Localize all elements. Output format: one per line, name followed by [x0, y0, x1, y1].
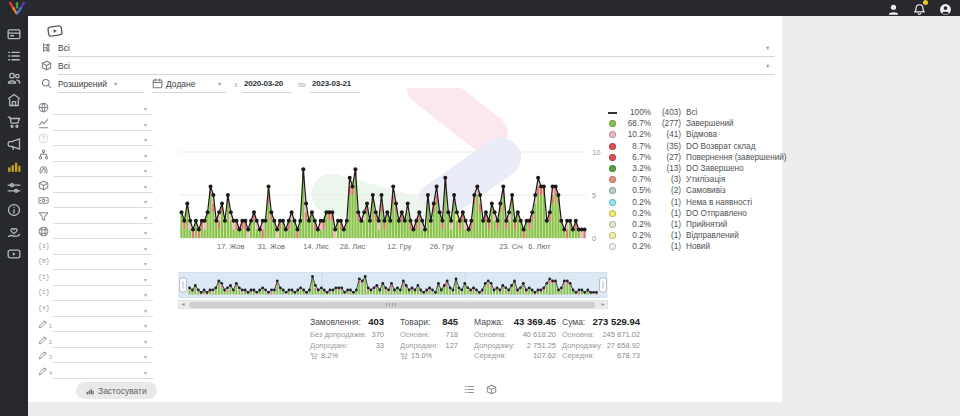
sidebar-item-statistics[interactable] [7, 159, 21, 173]
sidebar-item-purchases[interactable] [7, 115, 21, 129]
svg-text:5: 5 [592, 191, 596, 200]
chart-brush-overview[interactable] [178, 271, 608, 299]
chevron-down-icon[interactable]: ▾ [144, 198, 147, 205]
filter-row-braces-s[interactable]: {s}▾ [28, 242, 168, 257]
person-icon[interactable] [887, 2, 900, 15]
legend-item[interactable]: 6.7%(27)Повернення (завершений) [608, 152, 780, 163]
chevron-down-icon[interactable]: ▾ [144, 260, 147, 267]
sidebar-item-dashboard[interactable] [7, 27, 21, 41]
chevron-down-icon[interactable]: ▾ [114, 81, 117, 88]
chevron-down-icon[interactable]: ▾ [144, 183, 147, 190]
sidebar-item-marketing[interactable] [7, 137, 21, 151]
bell-icon[interactable] [913, 2, 926, 15]
chevron-down-icon[interactable]: ▾ [144, 121, 147, 128]
package-icon [38, 180, 49, 191]
braces-t-icon: {t} [38, 274, 50, 281]
filter-row-fingerprint[interactable]: ▾ [28, 164, 168, 179]
sidebar-item-tutorials[interactable] [7, 247, 21, 261]
legend-item[interactable]: 68.7%(277)Завершений [608, 118, 780, 129]
search-mode-select[interactable]: Розширений [58, 79, 107, 89]
notification-badge [923, 0, 928, 5]
filter-row-package[interactable]: ▾ [28, 180, 168, 195]
filter-underline [53, 238, 153, 239]
legend-item[interactable]: 0.2%(1)Відправлений [608, 230, 780, 241]
filter-row-braces-m[interactable]: {m}▾ [28, 257, 168, 272]
filter-underline [53, 145, 153, 146]
legend-percent: 0.2% [622, 242, 651, 251]
avatar-icon[interactable] [939, 2, 952, 15]
chevron-down-icon[interactable]: ▾ [144, 136, 147, 143]
sidebar-item-orders[interactable] [7, 49, 21, 63]
legend-item[interactable]: 0.2%(1)Нема в наявності [608, 197, 780, 208]
legend-item[interactable]: 0.2%(1)DO Отправлено [608, 208, 780, 219]
legend-item[interactable]: 3.2%(13)DO Завершено [608, 163, 780, 174]
legend-item[interactable]: 0.7%(3)Утилізація [608, 174, 780, 185]
filter-row-globe-grid[interactable]: ▾ [28, 226, 168, 241]
date-to-label: по [298, 81, 306, 88]
filter-row-globe[interactable]: ▾ [28, 102, 168, 117]
svg-text:6. Лют: 6. Лют [528, 242, 551, 251]
chevron-down-icon[interactable]: ▾ [144, 167, 147, 174]
filter-row-braces-c[interactable]: {c}▾ [28, 288, 168, 303]
filter-row-sitemap[interactable]: ▾ [28, 149, 168, 164]
filter-row-banknote[interactable]: ▾ [28, 195, 168, 210]
legend-label: Прийнятий [686, 220, 727, 229]
chevron-down-icon[interactable]: ▾ [766, 63, 769, 70]
filter-row-funnel[interactable]: ▾ [28, 211, 168, 226]
chevron-down-icon[interactable]: ▾ [144, 105, 147, 112]
scroll-right-icon[interactable]: ▸ [599, 301, 607, 308]
filter-row-help[interactable]: ▾ [28, 133, 168, 148]
structure-filter-value[interactable]: Всі [58, 43, 70, 53]
chevron-down-icon[interactable]: ▾ [766, 45, 769, 52]
legend-item[interactable]: 0.5%(2)Самовивіз [608, 185, 780, 196]
sidebar-item-info[interactable] [7, 203, 21, 217]
funnel-icon [38, 211, 49, 222]
chevron-down-icon[interactable]: ▾ [144, 276, 147, 283]
stat-upsell-percent: 15.0% [411, 351, 432, 362]
chevron-down-icon[interactable]: ▾ [218, 81, 221, 88]
legend-item[interactable]: 0.2%(1)Прийнятий [608, 219, 780, 230]
legend-percent: 0.7% [622, 175, 651, 184]
legend-percent: 8.7% [622, 142, 651, 151]
chevron-down-icon[interactable]: ▾ [144, 152, 147, 159]
scroll-left-icon[interactable]: ◂ [179, 301, 187, 308]
legend-dot-swatch [608, 175, 617, 184]
legend-dot-swatch [608, 119, 617, 128]
legend-item[interactable]: 0.2%(1)Новий [608, 241, 780, 252]
date-from-input[interactable]: 2020-03-20 [244, 79, 283, 88]
video-tutorial-icon[interactable] [43, 22, 67, 41]
chevron-down-icon[interactable]: ▾ [144, 229, 147, 236]
braces-m-icon: {m} [38, 258, 50, 265]
chevron-down-icon[interactable]: ▾ [144, 307, 147, 314]
chart-scrollbar[interactable]: ◂ ▸ [178, 300, 608, 309]
chevron-down-icon[interactable]: ▾ [144, 214, 147, 221]
sidebar-item-warehouse[interactable] [7, 93, 21, 107]
chevron-down-icon[interactable]: ▾ [144, 291, 147, 298]
stat-header-label: Маржа: [474, 317, 503, 327]
legend-percent: 100% [622, 108, 651, 117]
stat-row-value: 27 658.92 [607, 341, 640, 352]
legend-item[interactable]: 8.7%(35)DO Возврат склад [608, 141, 780, 152]
date-to-input[interactable]: 2023-03-21 [312, 79, 351, 88]
filter-row-braces-t[interactable]: {t}▾ [28, 273, 168, 288]
orders-timeline-chart[interactable]: 051017. Жов31. Жов14. Лис28. Лис12. Гру2… [178, 98, 608, 254]
product-filter-value[interactable]: Всі [58, 61, 70, 71]
calendar-icon[interactable] [152, 78, 163, 89]
stat-row-value: 40 618.20 [523, 330, 556, 341]
list-icon[interactable] [464, 384, 475, 395]
scrollbar-thumb[interactable] [189, 302, 595, 308]
stat-row-value: 370 [371, 330, 384, 341]
legend-item[interactable]: 10.2%(41)Відмова [608, 129, 780, 140]
stat-row-label: Без допродажів: [310, 330, 367, 341]
filter-row-trend[interactable]: ▾ [28, 118, 168, 133]
sidebar-item-customers[interactable] [7, 71, 21, 85]
app-logo-icon[interactable] [7, 1, 27, 15]
package-icon[interactable] [486, 384, 497, 395]
sidebar-item-integrations[interactable] [7, 181, 21, 195]
legend-item[interactable]: 100%(403)Всі [608, 107, 780, 118]
stat-row-label: Середня: [474, 351, 506, 362]
search-icon[interactable] [41, 78, 52, 89]
chevron-down-icon[interactable]: ▾ [144, 245, 147, 252]
date-field-select[interactable]: Додане [166, 79, 196, 89]
sidebar-item-partners[interactable] [7, 225, 21, 239]
